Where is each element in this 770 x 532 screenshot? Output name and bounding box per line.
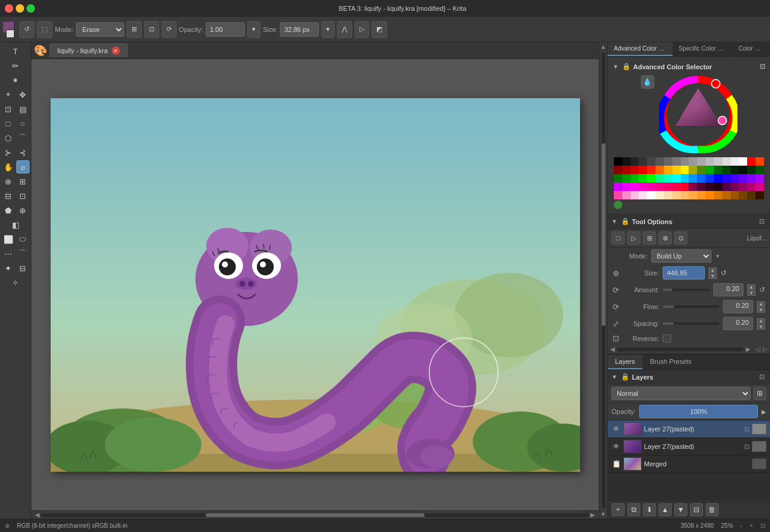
swatch-1-1[interactable] <box>622 166 631 174</box>
to-twirl-btn[interactable]: ⊞ <box>643 231 656 245</box>
tool-flow-value[interactable]: 0.20 <box>723 300 753 313</box>
fill-btn[interactable]: ⬟ <box>2 204 15 217</box>
swatch-3-8[interactable] <box>681 183 689 191</box>
tab-color-sliders[interactable]: Color Sli... <box>733 42 770 56</box>
layer-vis-1[interactable]: 👁 <box>611 442 621 451</box>
tool-options-settings-btn[interactable]: ⊡ <box>757 217 766 226</box>
liquify-btn[interactable]: ⌀ <box>16 160 30 174</box>
swatch-0-0[interactable] <box>614 157 622 166</box>
flatten-btn[interactable]: ⊟ <box>690 503 703 516</box>
spacing-spin-down[interactable]: ▼ <box>757 324 765 330</box>
swatch-3-7[interactable] <box>672 183 681 191</box>
layer-vis-0[interactable]: 👁 <box>611 425 621 433</box>
swatch-2-6[interactable] <box>664 174 672 183</box>
opacity-expand-btn[interactable]: ▶ <box>762 408 766 415</box>
zoom-out-btn[interactable]: - <box>740 522 742 529</box>
blend-mode-select[interactable]: Normal <box>611 387 751 400</box>
swatch-1-8[interactable] <box>681 166 689 174</box>
tab-specific-color[interactable]: Specific Color Sel... <box>673 42 733 56</box>
text-tool-btn[interactable]: T <box>9 45 22 58</box>
layer-row-1[interactable]: 👁 Layer 27(pasted) ⊡ <box>608 438 770 455</box>
swatch-1-17[interactable] <box>756 166 764 174</box>
swatch-2-3[interactable] <box>639 174 647 183</box>
swatch-3-13[interactable] <box>722 183 731 191</box>
swatch-1-15[interactable] <box>739 166 747 174</box>
swatch-2-11[interactable] <box>705 174 714 183</box>
swatch-2-10[interactable] <box>697 174 705 183</box>
color-wheel-svg[interactable] <box>659 75 737 154</box>
calligraphy-btn[interactable]: ✏ <box>9 59 22 72</box>
mode-select[interactable]: Erase <box>76 22 124 37</box>
erase-mode-btn[interactable]: ⬚ <box>37 21 52 38</box>
merge-down-btn[interactable]: ⬇ <box>643 503 656 516</box>
swatch-4-8[interactable] <box>681 191 689 199</box>
swatch-3-11[interactable] <box>705 183 714 191</box>
to-move-btn[interactable]: □ <box>611 231 625 245</box>
select-shapes-btn[interactable]: ⊟ <box>16 261 30 275</box>
amount-track[interactable] <box>663 289 710 291</box>
swatch-2-7[interactable] <box>672 174 681 183</box>
hscroll-right-arrow[interactable]: ▶ <box>589 512 596 518</box>
opacity-input[interactable] <box>206 22 245 37</box>
size-down-btn[interactable]: ▾ <box>321 21 335 38</box>
swatch-0-10[interactable] <box>697 157 705 166</box>
swatch-2-1[interactable] <box>622 174 631 183</box>
refresh-btn[interactable]: ⟳ <box>162 21 177 38</box>
zoom-in-btn[interactable]: + <box>749 522 753 529</box>
tool-mode-select[interactable]: Build Up Wash <box>651 249 712 263</box>
maximize-btn[interactable] <box>27 4 35 13</box>
eyedropper-tool-btn[interactable]: 💧 <box>641 75 654 89</box>
swatch-1-12[interactable] <box>714 166 722 174</box>
vscroll-track[interactable] <box>602 52 605 509</box>
move-layer-down-btn[interactable]: ▼ <box>674 503 687 516</box>
reset-colors-btn[interactable]: ↺ <box>19 21 34 38</box>
copy-layer-btn[interactable]: ⧉ <box>627 503 640 516</box>
swatch-4-5[interactable] <box>655 191 664 199</box>
tool-size-spinner[interactable]: ▲ ▼ <box>708 268 717 279</box>
stabilizer-btn[interactable]: ▷ <box>355 21 369 38</box>
tab-layers[interactable]: Layers <box>608 355 643 369</box>
similar-select-btn[interactable]: ⊰ <box>16 146 30 159</box>
swatch-1-7[interactable] <box>672 166 681 174</box>
swatch-3-14[interactable] <box>731 183 739 191</box>
close-btn[interactable] <box>5 4 13 13</box>
tool-spacing-value[interactable]: 0.20 <box>723 317 753 330</box>
swatch-3-3[interactable] <box>639 183 647 191</box>
reverse-checkbox[interactable] <box>663 334 671 343</box>
swatch-1-11[interactable] <box>705 166 714 174</box>
swatch-1-6[interactable] <box>664 166 672 174</box>
swatch-0-9[interactable] <box>689 157 697 166</box>
swatch-1-3[interactable] <box>639 166 647 174</box>
gradient-btn[interactable]: ▤ <box>16 102 30 116</box>
swatch-1-10[interactable] <box>697 166 705 174</box>
swatch-2-12[interactable] <box>714 174 722 183</box>
swatch-0-11[interactable] <box>705 157 714 166</box>
tool-size-value[interactable]: 446.85 <box>663 266 705 280</box>
swatch-0-2[interactable] <box>631 157 639 166</box>
swatch-0-3[interactable] <box>639 157 647 166</box>
size-input[interactable] <box>280 22 319 37</box>
zoom-btn[interactable]: ⊞ <box>16 175 30 188</box>
swatch-1-9[interactable] <box>689 166 697 174</box>
grid-btn[interactable]: ⊟ <box>2 189 15 202</box>
tab-advanced-color[interactable]: Advanced Color Sel... <box>608 42 673 56</box>
brush-option-btn[interactable]: ⊞ <box>127 21 142 38</box>
record-btn[interactable]: ◩ <box>371 21 387 38</box>
swatch-4-0[interactable] <box>614 191 622 199</box>
swatch-2-4[interactable] <box>647 174 655 183</box>
swatch-0-8[interactable] <box>681 157 689 166</box>
swatch-4-6[interactable] <box>664 191 672 199</box>
tool-amount-value[interactable]: 0.20 <box>713 283 743 296</box>
swatch-1-4[interactable] <box>647 166 655 174</box>
swatch-2-2[interactable] <box>631 174 639 183</box>
spacing-track[interactable] <box>663 322 719 325</box>
swatch-0-12[interactable] <box>714 157 722 166</box>
swatch-2-15[interactable] <box>739 174 747 183</box>
to-expand-left[interactable]: ◁ <box>756 346 760 352</box>
swatch-1-13[interactable] <box>722 166 731 174</box>
to-pinch-btn[interactable]: ⊗ <box>658 231 672 245</box>
swatch-0-16[interactable] <box>747 157 756 166</box>
swatch-0-17[interactable] <box>756 157 764 166</box>
tab-brush-presets[interactable]: Brush Presets <box>643 355 699 369</box>
swatch-2-17[interactable] <box>756 174 764 183</box>
